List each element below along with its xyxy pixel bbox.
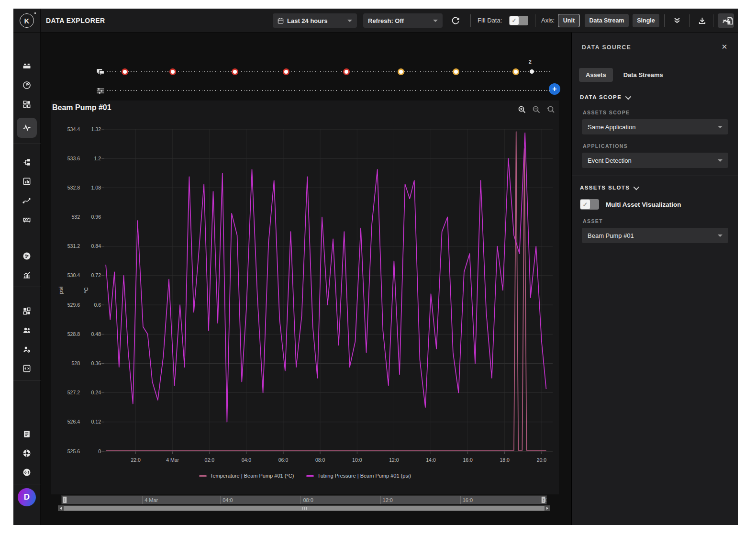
fill-data-toggle[interactable]: ✓ [509, 16, 528, 25]
navigator-left-handle[interactable] [63, 496, 67, 503]
tab-assets[interactable]: Assets [579, 68, 613, 82]
svg-text:527.2: 527.2 [67, 390, 80, 395]
scroll-left-arrow[interactable] [58, 505, 64, 511]
sidebar-item-developer[interactable] [21, 363, 33, 374]
panel-tabs: Assets Data Streams [572, 61, 738, 86]
time-range-dropdown[interactable]: Last 24 hours [273, 13, 357, 28]
analytics-icon [22, 270, 32, 280]
assets-slots-section-header[interactable]: ASSETS SLOTS [572, 176, 738, 193]
panel-title: DATA SOURCE [582, 44, 631, 51]
sidebar-item-assets-cluster[interactable] [21, 250, 33, 262]
documentation-icon [22, 429, 32, 439]
timeline-track-annotations: 2 [107, 71, 550, 72]
assets-cluster-icon [22, 251, 32, 261]
chart-canvas[interactable]: 22:04 Mar02:004:006:008:010:012:014:016:… [51, 100, 559, 494]
svg-text:°C: °C [83, 287, 89, 293]
svg-text:0.24: 0.24 [91, 390, 101, 395]
event-dot-warning[interactable] [398, 68, 404, 75]
sidebar-item-data-explorer-active[interactable] [17, 118, 37, 138]
refresh-now-button[interactable] [448, 13, 463, 28]
applications-dropdown[interactable]: Event Detection [582, 153, 728, 168]
scrollbar-thumb[interactable] [64, 506, 545, 511]
tab-data-streams[interactable]: Data Streams [617, 68, 670, 82]
page-title: DATA EXPLORER [46, 9, 105, 33]
axis-unit-button[interactable]: Unit [558, 14, 580, 27]
asset-dropdown[interactable]: Beam Pump #01 [582, 228, 728, 243]
legend-label: Temperature | Beam Pump #01 (°C) [210, 473, 294, 479]
refresh-value: Refresh: Off [368, 17, 404, 24]
close-panel-button[interactable]: ✕ [720, 42, 729, 52]
download-button[interactable] [695, 13, 709, 28]
timeline-row-annotations: 2 [96, 67, 550, 76]
event-dot-critical[interactable] [169, 68, 176, 75]
sidebar-item-analytics[interactable] [21, 269, 33, 281]
user-avatar[interactable]: D [18, 488, 36, 506]
sidebar-item-widgets[interactable] [21, 99, 33, 110]
applications-icon [22, 306, 32, 316]
check-icon: ✓ [580, 200, 590, 209]
check-icon: ✓ [510, 16, 519, 25]
toolbar-divider [689, 14, 689, 27]
horizontal-scrollbar[interactable] [58, 505, 550, 511]
legend-item[interactable]: Temperature | Beam Pump #01 (°C) [199, 473, 294, 479]
svg-text:4 Mar: 4 Mar [166, 457, 179, 463]
main-content: + 2 Beam Pump #01 22:04 Mar02:004:006:00… [41, 33, 572, 525]
add-timeline-row-button[interactable]: + [549, 83, 560, 95]
svg-text:14:0: 14:0 [426, 457, 436, 463]
data-scope-section-header[interactable]: DATA SCOPE [572, 86, 738, 103]
sidebar-item-documentation[interactable] [21, 428, 33, 440]
workspaces-icon [22, 61, 32, 71]
svg-text:10:0: 10:0 [352, 457, 362, 463]
sidebar-item-explore[interactable] [21, 79, 33, 91]
svg-text:525.6: 525.6 [67, 448, 80, 454]
sidebar-divider [13, 484, 41, 484]
report-button[interactable] [723, 13, 737, 28]
applications-label: APPLICATIONS [572, 136, 738, 152]
sidebar-divider [13, 144, 41, 144]
assets-slots-title: ASSETS SLOTS [580, 185, 630, 190]
refresh-dropdown[interactable]: Refresh: Off [363, 13, 443, 28]
svg-text:534.4: 534.4 [67, 126, 80, 132]
sidebar-item-api[interactable] [21, 467, 33, 478]
multi-asset-toggle[interactable]: ✓ [580, 199, 599, 210]
svg-text:530.4: 530.4 [67, 272, 80, 278]
brand-logo[interactable]: K [13, 9, 41, 33]
sidebar-item-chart-board[interactable] [21, 176, 33, 187]
page: K DATA EXPLORER Last 24 hours Refresh: O… [0, 0, 756, 536]
axis-single-button[interactable]: Single [633, 14, 659, 27]
event-dot-critical[interactable] [232, 68, 238, 75]
sidebar-item-data-flows[interactable] [21, 156, 33, 168]
navigator-label: 08:0 [300, 496, 313, 504]
event-dot-cluster[interactable]: 2 [530, 69, 534, 74]
legend-item[interactable]: Tubing Pressure | Beam Pump #01 (psi) [306, 473, 411, 479]
assets-scope-dropdown[interactable]: Same Application [582, 119, 728, 134]
sidebar-item-support[interactable] [21, 447, 33, 459]
axis-data-stream-button[interactable]: Data Stream [585, 14, 629, 27]
annotations-icon[interactable] [96, 67, 104, 76]
sidebar-item-infrastructure[interactable] [21, 214, 33, 225]
event-dot-critical[interactable] [343, 68, 350, 75]
svg-text:0.48: 0.48 [91, 331, 101, 337]
svg-text:0: 0 [98, 448, 101, 454]
collapse-all-button[interactable] [670, 13, 684, 28]
parameters-icon[interactable] [96, 86, 104, 95]
support-icon [22, 448, 32, 458]
sidebar-item-user-admin[interactable] [21, 344, 33, 355]
sidebar-item-pipelines[interactable] [21, 195, 33, 206]
svg-text:1.32: 1.32 [91, 126, 101, 132]
svg-text:22:0: 22:0 [131, 457, 141, 463]
event-dot-warning[interactable] [512, 68, 519, 75]
event-dot-critical[interactable] [283, 68, 289, 75]
scroll-right-arrow[interactable] [545, 505, 550, 511]
time-navigator[interactable]: 4 Mar04:008:012:016:020:0 [61, 495, 547, 504]
timeline-row-parameters [96, 86, 550, 95]
sidebar-item-applications[interactable] [21, 305, 33, 317]
arrow-left-icon [60, 507, 62, 510]
svg-text:1.2: 1.2 [94, 156, 101, 161]
timeline-track-parameters [107, 90, 550, 91]
event-dot-warning[interactable] [453, 68, 459, 75]
sidebar: D [13, 33, 41, 525]
event-dot-critical[interactable] [122, 68, 128, 75]
sidebar-item-workspaces[interactable] [21, 60, 33, 72]
sidebar-item-users[interactable] [21, 324, 33, 336]
